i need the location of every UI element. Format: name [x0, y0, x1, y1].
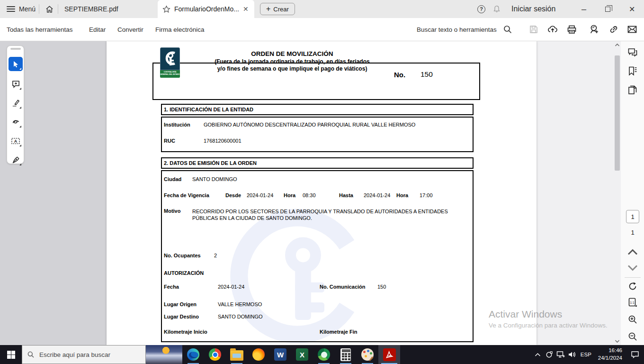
fecha-value[interactable]: 2024-01-24	[218, 284, 244, 290]
zoom-out-button[interactable]	[627, 331, 638, 342]
tray-network-button[interactable]	[555, 345, 566, 364]
taskbar-paint[interactable]	[357, 345, 378, 364]
taskbar-file-explorer[interactable]	[226, 345, 248, 364]
taskbar-acrobat[interactable]	[378, 345, 400, 364]
bookmarks-panel-button[interactable]	[627, 65, 638, 77]
comunicacion-value[interactable]: 150	[377, 284, 386, 290]
envelope-icon	[627, 24, 637, 35]
comment-add-icon	[11, 80, 20, 89]
taskbar-chrome[interactable]	[204, 345, 226, 364]
menu-convertir[interactable]: Convertir	[117, 18, 143, 41]
zoom-in-button[interactable]	[627, 314, 638, 325]
select-tool-button[interactable]	[9, 57, 23, 71]
actual-size-icon: 1:1	[627, 297, 638, 308]
desde-value[interactable]: 2024-01-24	[247, 192, 273, 198]
taskbar-calculator[interactable]	[335, 345, 357, 364]
menu-todas-las-herramientas[interactable]: Todas las herramientas	[7, 18, 73, 41]
tray-clock-button[interactable]: 16:46 24/1/2024	[594, 347, 626, 362]
rotate-page-button[interactable]	[627, 281, 638, 292]
tab-close-icon[interactable]: ✕	[243, 5, 249, 13]
start-button[interactable]	[0, 345, 22, 364]
pdf-page[interactable]: CONTRALORÍA GENERAL DEL ESTADO ORDEN DE …	[107, 41, 537, 345]
print-button[interactable]	[566, 24, 577, 35]
restore-button[interactable]	[605, 0, 610, 18]
tab-septiembre[interactable]: SEPTIEMBRE.pdf	[64, 0, 118, 18]
tray-app-button[interactable]	[544, 345, 555, 364]
action-center-button[interactable]	[626, 345, 644, 364]
star-icon[interactable]	[162, 5, 170, 13]
taskbar-app-green[interactable]	[313, 345, 335, 364]
comment-tool-button[interactable]	[9, 77, 23, 91]
share-link-button[interactable]	[608, 24, 619, 35]
scrollbar-thumb[interactable]	[615, 55, 620, 171]
vertical-scrollbar[interactable]	[614, 41, 621, 345]
add-text-tool-button[interactable]: A	[9, 134, 23, 148]
hasta-value[interactable]: 2024-01-24	[364, 192, 390, 198]
quick-tools-palette: A	[7, 46, 24, 164]
scroll-up-icon[interactable]	[615, 43, 620, 47]
email-button[interactable]	[626, 24, 638, 35]
hora1-value[interactable]: 08:30	[303, 192, 316, 198]
section1-heading-box: 1. IDENTIFICACIÓN DE LA ENTIDAD	[161, 104, 474, 115]
menu-firma-electronica[interactable]: Firma electrónica	[155, 18, 205, 41]
toolbar: Todas las herramientas Editar Convertir …	[0, 18, 644, 41]
ciudad-value[interactable]: SANTO DOMINGO	[192, 176, 237, 182]
minimize-button[interactable]: –	[581, 0, 586, 18]
excel-icon: X	[296, 348, 308, 361]
sign-in-button[interactable]: Iniciar sesión	[511, 0, 555, 18]
search-icon[interactable]	[502, 24, 513, 35]
zoom-options-button[interactable]: 1:1	[627, 297, 638, 308]
taskbar-excel[interactable]: X	[291, 345, 313, 364]
form-title: ORDEN DE MOVILIZACIÓN	[174, 50, 411, 57]
destino-value[interactable]: SANTO DOMINGO	[218, 314, 263, 319]
taskbar-word[interactable]: W	[269, 345, 291, 364]
taskbar-search-placeholder: Escribe aquí para buscar	[39, 351, 110, 358]
taskbar-firefox[interactable]	[248, 345, 269, 364]
search-tools-button[interactable]: Buscar texto o herramientas	[417, 18, 497, 41]
link-icon	[608, 24, 619, 35]
motivo-value[interactable]: RECORRIDO POR LOS SECTORES DE LA PARROQU…	[192, 208, 450, 222]
form-no-value[interactable]: 150	[420, 70, 433, 79]
acrobat-icon	[383, 348, 396, 361]
draw-tool-button[interactable]	[9, 115, 23, 129]
highlight-tool-button[interactable]	[9, 96, 23, 110]
tray-volume-button[interactable]	[566, 345, 578, 364]
comments-panel-button[interactable]	[627, 46, 638, 58]
page-thumbnails-icon	[627, 85, 638, 95]
scroll-down-icon[interactable]	[615, 339, 620, 343]
previous-page-button[interactable]	[627, 246, 638, 258]
home-button[interactable]	[45, 0, 54, 18]
divider	[625, 277, 641, 278]
tray-language-button[interactable]: ESP	[578, 352, 594, 357]
tray-show-hidden-button[interactable]	[532, 345, 544, 364]
ruc-value[interactable]: 1768120600001	[204, 138, 242, 144]
menu-editar[interactable]: Editar	[89, 18, 106, 41]
institucion-value[interactable]: GOBIERNO AUTÓNOMO DESCENTRALIZADO PARROQ…	[204, 122, 415, 127]
pages-panel-button[interactable]	[627, 84, 638, 96]
upload-cloud-button[interactable]	[547, 24, 558, 35]
ocupantes-value[interactable]: 2	[214, 253, 217, 258]
tab-formulario-active[interactable]: FormularioOrdenMo... ✕	[158, 0, 254, 18]
crear-button[interactable]: + Crear	[260, 3, 295, 15]
request-signatures-button[interactable]	[589, 24, 600, 35]
next-page-button[interactable]	[627, 262, 638, 273]
hora2-value[interactable]: 17:00	[420, 192, 433, 198]
sign-tool-button[interactable]	[9, 153, 23, 167]
title-bar: Menú SEPTIEMBRE.pdf FormularioOrdenMo...…	[0, 0, 644, 18]
help-button[interactable]: ?	[477, 0, 485, 18]
km-inicio-label: Kilometraje Inicio	[164, 329, 207, 335]
taskbar-search-input[interactable]: Escribe aquí para buscar	[22, 345, 146, 364]
origen-value[interactable]: VALLE HERMOSO	[218, 301, 262, 307]
menu-button[interactable]: Menú	[7, 0, 36, 18]
page-number-input[interactable]: 1	[626, 210, 639, 223]
notifications-button[interactable]	[492, 0, 501, 18]
taskbar-edge[interactable]	[182, 345, 204, 364]
palette-drag-handle[interactable]	[10, 48, 21, 50]
select-arrow-icon	[12, 60, 19, 68]
svg-text:1:1: 1:1	[630, 301, 634, 304]
taskbar-weather-widget[interactable]	[146, 345, 182, 364]
chrome-icon	[209, 348, 221, 361]
save-button	[528, 24, 539, 35]
hora1-label: Hora	[284, 192, 295, 198]
close-window-button[interactable]: ✕	[629, 0, 635, 18]
